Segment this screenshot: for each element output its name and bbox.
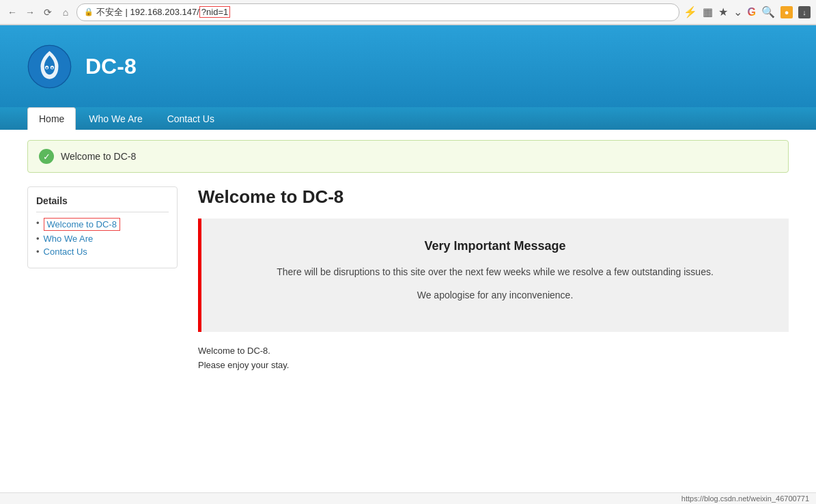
site-title: DC-8 bbox=[85, 54, 137, 79]
nav-item-home[interactable]: Home bbox=[27, 107, 76, 130]
site-logo bbox=[27, 44, 72, 89]
address-query: ?nid=1 bbox=[199, 6, 230, 18]
success-text: Welcome to DC-8 bbox=[61, 151, 136, 162]
screenshot-icon[interactable]: ▦ bbox=[703, 5, 713, 18]
sidebar-link-who-we-are[interactable]: Who We Are bbox=[44, 234, 94, 244]
address-host: 192.168.203.147/ bbox=[130, 7, 199, 17]
sidebar-links: Welcome to DC-8 Who We Are Contact Us bbox=[36, 218, 169, 257]
sidebar-link-welcome[interactable]: Welcome to DC-8 bbox=[44, 218, 120, 231]
extension-download-icon[interactable]: ↓ bbox=[798, 6, 811, 18]
important-text-2: We apologise for any inconvenience. bbox=[229, 288, 761, 303]
browser-chrome: ← → ⟳ ⌂ 🔒 不安全 | 192.168.203.147/?nid=1 ⚡… bbox=[0, 0, 816, 25]
google-icon[interactable]: G bbox=[748, 6, 756, 18]
svg-point-3 bbox=[46, 67, 48, 69]
bookmark-icon[interactable]: ★ bbox=[718, 5, 728, 18]
important-title: Very Important Message bbox=[229, 239, 761, 253]
home-button[interactable]: ⌂ bbox=[59, 5, 72, 19]
success-icon: ✓ bbox=[39, 149, 54, 164]
security-lock-icon: 🔒 bbox=[84, 8, 94, 16]
browser-right-icons: ⚡ ▦ ★ ⌄ G 🔍 ● ↓ bbox=[684, 5, 811, 18]
refresh-button[interactable]: ⟳ bbox=[41, 5, 55, 19]
site-header: DC-8 bbox=[0, 25, 816, 107]
search-icon[interactable]: 🔍 bbox=[761, 5, 775, 18]
list-item: Who We Are bbox=[36, 234, 169, 244]
sidebar-link-welcome-text[interactable]: Welcome to DC-8 bbox=[44, 218, 120, 231]
sidebar: Details Welcome to DC-8 Who We Are Conta… bbox=[27, 186, 178, 374]
content-layout: Details Welcome to DC-8 Who We Are Conta… bbox=[27, 186, 789, 374]
nav-bar: Home Who We Are Contact Us bbox=[0, 107, 816, 130]
important-text-1: There will be disruptions to this site o… bbox=[229, 264, 761, 279]
forward-button[interactable]: → bbox=[23, 5, 37, 19]
back-button[interactable]: ← bbox=[5, 5, 19, 19]
article-footer-line-1: Welcome to DC-8. bbox=[198, 346, 789, 356]
address-bar[interactable]: 🔒 不安全 | 192.168.203.147/?nid=1 bbox=[76, 3, 679, 21]
bookmark-chevron[interactable]: ⌄ bbox=[733, 5, 742, 18]
extension-yellow-icon[interactable]: ● bbox=[780, 6, 793, 18]
lightning-icon[interactable]: ⚡ bbox=[684, 5, 697, 18]
article-footer: Welcome to DC-8. Please enjoy your stay. bbox=[198, 346, 789, 370]
browser-toolbar: ← → ⟳ ⌂ 🔒 不安全 | 192.168.203.147/?nid=1 ⚡… bbox=[0, 0, 816, 25]
important-box: Very Important Message There will be dis… bbox=[198, 219, 789, 332]
security-label: 不安全 bbox=[96, 6, 123, 18]
address-separator: | bbox=[123, 7, 130, 17]
list-item: Contact Us bbox=[36, 247, 169, 257]
article: Welcome to DC-8 Very Important Message T… bbox=[198, 186, 789, 374]
article-footer-line-2: Please enjoy your stay. bbox=[198, 360, 789, 370]
svg-point-4 bbox=[51, 67, 53, 69]
nav-item-who-we-are[interactable]: Who We Are bbox=[77, 107, 154, 130]
sidebar-box: Details Welcome to DC-8 Who We Are Conta… bbox=[27, 186, 178, 268]
sidebar-title: Details bbox=[36, 195, 169, 212]
success-message: ✓ Welcome to DC-8 bbox=[27, 140, 789, 173]
sidebar-link-contact-us[interactable]: Contact Us bbox=[44, 247, 87, 257]
nav-item-contact-us[interactable]: Contact Us bbox=[156, 107, 226, 130]
list-item: Welcome to DC-8 bbox=[36, 218, 169, 231]
article-title: Welcome to DC-8 bbox=[198, 186, 789, 208]
main-content: ✓ Welcome to DC-8 Details Welcome to DC-… bbox=[0, 130, 816, 471]
